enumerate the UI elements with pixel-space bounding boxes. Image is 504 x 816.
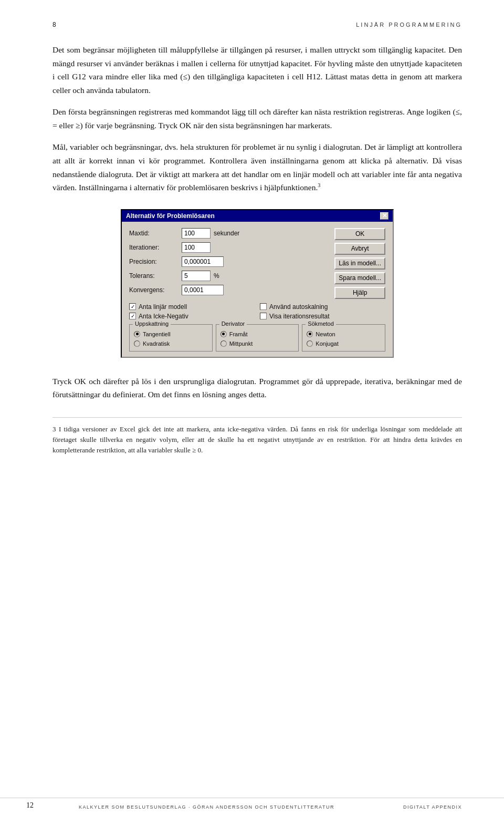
dialog-close-button[interactable]: ✕ [380,212,388,220]
footnote-text: 3 I tidiga versioner av Excel gick det i… [52,424,462,456]
radio-tangentiell-label: Tangentiell [143,331,171,337]
checkbox-anta-linjar[interactable]: Anta linjär modell [129,303,255,311]
footnote-section: 3 I tidiga versioner av Excel gick det i… [52,417,462,456]
footnote-ref: 3 [318,182,320,188]
dialog-right-buttons: OK Avbryt Läs in modell... Spara modell.… [334,228,385,299]
button-avbryt[interactable]: Avbryt [334,243,385,255]
dialog-row-maxtid: Maxtid: sekunder [129,228,329,239]
radio-konjugat[interactable]: Konjugat [307,340,381,347]
checkbox-autoskalning[interactable]: Använd autoskalning [260,303,385,311]
input-konvergens[interactable] [182,285,224,295]
radio-konjugat-btn[interactable] [307,340,313,347]
paragraph-2: Den första begränsningen registreras med… [52,105,462,132]
group-derivator-legend: Derivator [219,321,247,327]
footnote-number: 3 [52,425,56,433]
radio-newton[interactable]: Newton [307,331,381,337]
label-precision: Precision: [129,258,182,265]
label-maxtid: Maxtid: [129,230,182,237]
checkbox-icke-negativ-box[interactable] [129,313,136,319]
dialog-body: Maxtid: sekunder Iterationer: Preci [122,222,393,357]
dialog-left-fields: Maxtid: sekunder Iterationer: Preci [129,228,329,299]
unit-tolerans: % [214,272,240,280]
group-sokmetod: Sökmetod Newton Konjugat [302,324,385,352]
checkbox-visa-iteration-box[interactable] [260,313,267,319]
radio-framat-label: Framåt [229,331,248,337]
button-spara-modell[interactable]: Spara modell... [334,272,385,284]
checkbox-autoskalning-label: Använd autoskalning [269,303,328,311]
button-las-in-modell[interactable]: Läs in modell... [334,257,385,270]
button-ok[interactable]: OK [334,228,385,240]
label-iterationer: Iterationer: [129,244,182,251]
page-number-top: 8 [52,21,57,28]
label-konvergens: Konvergens: [129,286,182,294]
radio-newton-btn[interactable] [307,331,313,337]
checkbox-anta-linjar-box[interactable] [129,303,136,310]
button-hjalp[interactable]: Hjälp [334,287,385,299]
radio-konjugat-label: Konjugat [316,340,338,347]
paragraph-4: Tryck OK och därefter på lös i den urspr… [52,375,462,401]
dialog-checkboxes: Anta linjär modell Använd autoskalning A… [129,303,385,320]
input-precision[interactable] [182,256,224,267]
input-iterationer[interactable] [182,242,211,253]
checkbox-visa-iteration-label: Visa iterationsresultat [269,313,330,320]
footer-right: DIGITALT APPENDIX [403,804,462,810]
checkbox-icke-negativ[interactable]: Anta Icke-Negativ [129,313,255,320]
checkbox-icke-negativ-label: Anta Icke-Negativ [139,313,188,320]
paragraph-1: Det som begränsar möjligheten till målup… [52,43,462,97]
radio-mittpunkt[interactable]: Mittpunkt [220,340,295,347]
dialog-row-tolerans: Tolerans: % [129,271,329,281]
dialog-fields-and-buttons: Maxtid: sekunder Iterationer: Preci [129,228,385,299]
radio-newton-label: Newton [316,331,335,337]
main-content: Det som begränsar möjligheten till målup… [52,43,462,194]
group-sokmetod-legend: Sökmetod [306,321,336,327]
dialog-row-precision: Precision: [129,256,329,267]
radio-mittpunkt-label: Mittpunkt [229,340,253,347]
radio-tangentiell-btn[interactable] [134,331,140,337]
unit-maxtid: sekunder [214,230,240,237]
paragraph-3: Mål, variabler och begränsningar, dvs. h… [52,140,462,194]
radio-framat[interactable]: Framåt [220,331,295,337]
main-content-after-dialog: Tryck OK och därefter på lös i den urspr… [52,375,462,401]
label-tolerans: Tolerans: [129,272,182,280]
dialog-title: Alternativ för Problemlösaren [126,212,215,220]
radio-framat-btn[interactable] [220,331,227,337]
dialog-titlebar: Alternativ för Problemlösaren ✕ [122,210,393,222]
chapter-title: LINJÄR PROGRAMMERING [356,22,462,28]
dialog-row-iterationer: Iterationer: [129,242,329,253]
footer-left: KALKYLER SOM BESLUTSUNDERLAG · GÖRAN AND… [79,804,334,810]
checkbox-anta-linjar-label: Anta linjär modell [139,303,187,311]
radio-mittpunkt-btn[interactable] [220,340,227,347]
checkbox-autoskalning-box[interactable] [260,303,267,310]
dialog-row-konvergens: Konvergens: [129,285,329,295]
radio-kvadratisk-btn[interactable] [134,340,140,347]
dialog-container: Alternativ för Problemlösaren ✕ Maxtid: … [52,209,462,358]
radio-kvadratisk[interactable]: Kvadratisk [134,340,208,347]
input-maxtid[interactable] [182,228,211,239]
checkbox-visa-iteration[interactable]: Visa iterationsresultat [260,313,385,320]
group-derivator: Derivator Framåt Mittpunkt [216,324,299,352]
dialog-radio-groups: Uppskattning Tangentiell Kvadratisk Deri… [129,324,385,352]
dialog-box: Alternativ för Problemlösaren ✕ Maxtid: … [121,209,394,358]
group-uppskattning: Uppskattning Tangentiell Kvadratisk [129,324,213,352]
input-tolerans[interactable] [182,271,211,281]
group-uppskattning-legend: Uppskattning [133,321,171,327]
footnote-content: I tidiga versioner av Excel gick det int… [52,425,462,454]
page-number-bottom: 12 [26,801,34,810]
radio-tangentiell[interactable]: Tangentiell [134,331,208,337]
radio-kvadratisk-label: Kvadratisk [143,340,170,347]
